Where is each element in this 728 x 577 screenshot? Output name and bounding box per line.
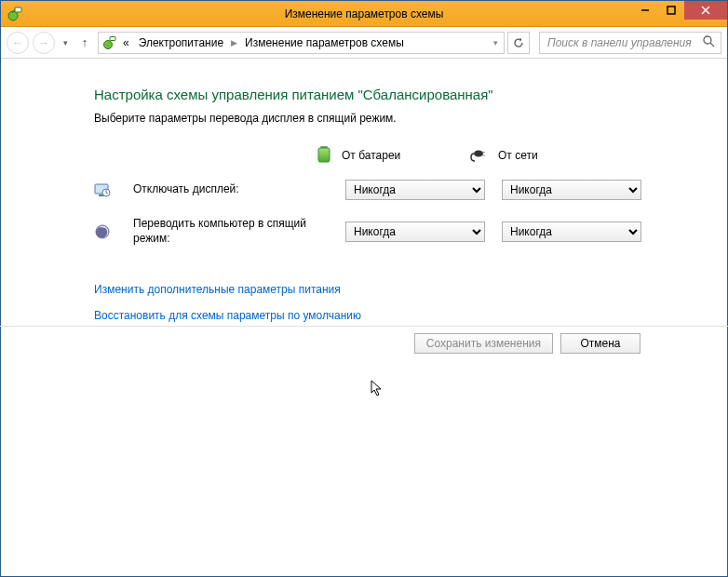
dialog-footer: Сохранить изменения Отмена: [414, 333, 640, 354]
settings-grid: Отключать дисплей: Никогда Никогда Перев…: [94, 180, 699, 246]
sleep-battery-select[interactable]: Никогда: [345, 221, 485, 242]
restore-link[interactable]: Восстановить для схемы параметры по умол…: [94, 309, 699, 322]
toolbar: ← → ▾ ↑ « Электропитание ▶ Изменение пар…: [1, 27, 727, 59]
search-icon: [703, 35, 715, 50]
page-heading: Настройка схемы управления питанием "Сба…: [94, 87, 699, 102]
plug-icon: [470, 143, 491, 167]
plugged-header: От сети: [470, 143, 610, 167]
svg-rect-1: [15, 7, 21, 12]
display-icon: [94, 181, 116, 198]
cancel-button[interactable]: Отмена: [560, 333, 640, 354]
search-box[interactable]: [539, 32, 721, 54]
history-dropdown[interactable]: ▾: [59, 38, 72, 47]
refresh-button[interactable]: [507, 32, 530, 54]
display-off-label: Отключать дисплей:: [133, 182, 329, 197]
svg-rect-11: [318, 148, 330, 162]
sleep-icon: [94, 223, 116, 240]
back-button[interactable]: ←: [7, 32, 29, 54]
breadcrumb-dropdown[interactable]: ▾: [492, 38, 500, 47]
svg-point-6: [104, 40, 113, 48]
svg-point-8: [704, 36, 711, 44]
window-controls: [632, 1, 727, 20]
content-area: Настройка схемы управления питанием "Сба…: [1, 59, 727, 344]
page-subheading: Выберите параметры перевода дисплея в сп…: [94, 112, 699, 125]
save-button[interactable]: Сохранить изменения: [414, 333, 553, 354]
svg-rect-13: [482, 152, 485, 153]
maximize-button[interactable]: [658, 1, 684, 20]
display-plugged-select[interactable]: Никогда: [502, 180, 641, 200]
breadcrumb-item-1[interactable]: Изменение параметров схемы: [241, 36, 408, 49]
titlebar: Изменение параметров схемы: [1, 1, 727, 27]
divider: [0, 326, 728, 327]
links-section: Изменить дополнительные параметры питани…: [94, 283, 699, 322]
search-input[interactable]: [546, 35, 703, 50]
plugged-label: От сети: [498, 149, 538, 162]
cursor-icon: [371, 380, 385, 401]
display-battery-select[interactable]: Никогда: [345, 180, 485, 200]
breadcrumb-root[interactable]: «: [119, 36, 133, 49]
battery-header: От батареи: [314, 143, 453, 167]
close-button[interactable]: [684, 1, 727, 20]
minimize-button[interactable]: [632, 1, 658, 20]
forward-button[interactable]: →: [33, 32, 55, 54]
sleep-label: Переводить компьютер в спящий режим:: [133, 217, 329, 246]
app-icon: [7, 6, 23, 22]
battery-icon: [314, 143, 334, 167]
svg-line-9: [710, 43, 714, 47]
breadcrumb-item-0[interactable]: Электропитание: [135, 36, 227, 49]
battery-label: От батареи: [342, 149, 400, 162]
svg-rect-3: [667, 7, 675, 14]
column-headers: От батареи От сети: [314, 143, 699, 167]
breadcrumb-icon: [102, 35, 117, 50]
advanced-link[interactable]: Изменить дополнительные параметры питани…: [94, 283, 699, 296]
svg-point-12: [474, 151, 483, 157]
sleep-plugged-select[interactable]: Никогда: [502, 221, 641, 242]
svg-rect-14: [482, 155, 485, 156]
breadcrumb[interactable]: « Электропитание ▶ Изменение параметров …: [98, 32, 505, 54]
up-button[interactable]: ↑: [75, 35, 94, 49]
chevron-right-icon: ▶: [229, 38, 239, 47]
svg-rect-7: [110, 36, 115, 40]
window-title: Изменение параметров схемы: [1, 7, 727, 20]
